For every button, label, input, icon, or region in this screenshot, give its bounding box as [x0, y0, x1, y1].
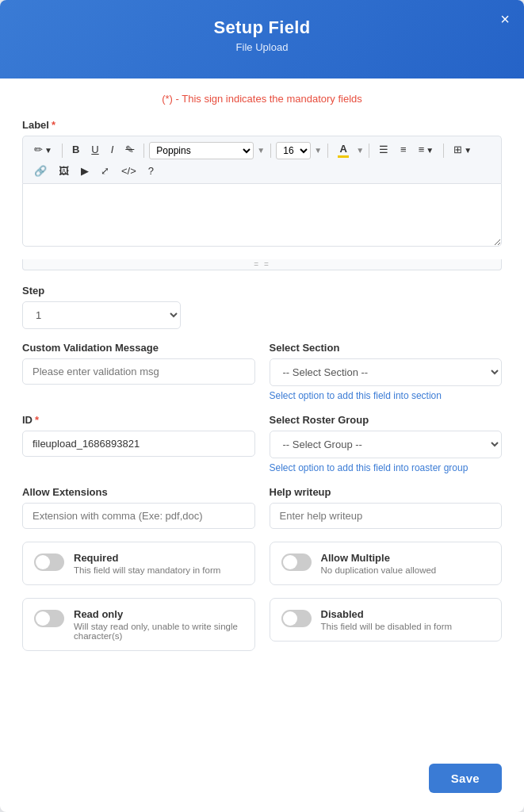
- video-button[interactable]: ▶: [76, 162, 94, 181]
- setup-field-modal: Setup Field File Upload × (*) - This sig…: [0, 0, 524, 812]
- custom-validation-col: Custom Validation Message: [22, 342, 255, 401]
- align-button[interactable]: ≡ ▼: [414, 140, 439, 159]
- modal-subtitle: File Upload: [16, 41, 508, 53]
- table-button[interactable]: ⊞ ▼: [449, 140, 476, 159]
- color-bar: [338, 155, 349, 158]
- required-toggle-desc: This field will stay mandatory in form: [74, 565, 220, 575]
- italic-button[interactable]: I: [106, 140, 119, 159]
- read-only-toggle-switch[interactable]: [34, 610, 64, 627]
- allow-multiple-toggle-card: Allow Multiple No duplication value allo…: [270, 542, 503, 585]
- required-toggle-track[interactable]: [34, 553, 64, 571]
- close-button[interactable]: ×: [500, 11, 510, 27]
- disabled-toggle-text: Disabled This field will be disabled in …: [321, 608, 453, 631]
- allow-multiple-toggle-track[interactable]: [281, 553, 312, 571]
- allow-multiple-toggle-switch[interactable]: [281, 553, 312, 571]
- toolbar-divider-3: [270, 144, 271, 158]
- allow-multiple-toggle-label: Allow Multiple: [321, 552, 437, 564]
- bottom-spacer: [22, 664, 502, 708]
- allow-extensions-col: Allow Extensions: [22, 486, 255, 529]
- required-toggle-switch[interactable]: [34, 553, 64, 571]
- read-only-toggle-label: Read only: [74, 608, 243, 620]
- rich-text-toolbar: ✏ ▼ B U I ✎ Poppins Arial Times New Roma…: [22, 136, 502, 183]
- modal-title: Setup Field: [16, 17, 508, 38]
- modal-header: Setup Field File Upload ×: [0, 0, 524, 79]
- disabled-col: Disabled This field will be disabled in …: [270, 598, 503, 651]
- select-roster-dropdown[interactable]: -- Select Group --: [270, 431, 503, 458]
- help-writeup-col: Help writeup: [270, 486, 503, 529]
- select-section-dropdown[interactable]: -- Select Section --: [270, 358, 503, 386]
- resize-handle: = =: [22, 259, 502, 270]
- allow-multiple-toggle-desc: No duplication value allowed: [321, 565, 437, 575]
- help-writeup-input[interactable]: [270, 503, 503, 529]
- underline-button[interactable]: U: [86, 140, 103, 159]
- label-rich-text-editor[interactable]: [22, 183, 502, 247]
- read-only-col: Read only Will stay read only, unable to…: [22, 598, 255, 651]
- row-id-roster: ID * Select Roster Group -- Select Group…: [22, 414, 502, 473]
- image-button[interactable]: 🖼: [54, 162, 74, 181]
- read-only-toggle-track[interactable]: [34, 610, 64, 627]
- toolbar-divider-4: [327, 144, 328, 158]
- id-input[interactable]: [22, 431, 255, 457]
- required-toggle-card: Required This field will stay mandatory …: [22, 542, 255, 585]
- required-toggle-label: Required: [74, 552, 220, 564]
- bold-button[interactable]: B: [67, 140, 84, 159]
- select-roster-col: Select Roster Group -- Select Group -- S…: [270, 414, 503, 473]
- link-button[interactable]: 🔗: [29, 162, 52, 181]
- select-section-label: Select Section: [270, 342, 503, 354]
- step-label: Step: [22, 285, 502, 297]
- mandatory-text: - This sign indicates the mandatory fiel…: [176, 93, 362, 105]
- allow-multiple-col: Allow Multiple No duplication value allo…: [270, 542, 503, 585]
- toolbar-row-2: 🔗 🖼 ▶ ⤢ </> ?: [29, 162, 495, 181]
- help-writeup-label: Help writeup: [270, 486, 503, 498]
- pen-tool-button[interactable]: ✏ ▼: [29, 140, 57, 159]
- id-field-label: ID *: [22, 414, 255, 426]
- read-only-toggle-desc: Will stay read only, unable to write sin…: [74, 622, 243, 641]
- allow-extensions-input[interactable]: [22, 503, 255, 529]
- label-field-label: Label *: [22, 119, 502, 131]
- required-toggle-col: Required This field will stay mandatory …: [22, 542, 255, 585]
- expand-button[interactable]: ⤢: [96, 162, 114, 181]
- row-readonly-disabled: Read only Will stay read only, unable to…: [22, 598, 502, 651]
- disabled-toggle-card: Disabled This field will be disabled in …: [270, 598, 503, 642]
- row-required-multiple: Required This field will stay mandatory …: [22, 542, 502, 585]
- disabled-toggle-desc: This field will be disabled in form: [321, 622, 453, 631]
- strikethrough-button[interactable]: ✎: [120, 140, 139, 159]
- toolbar-divider-5: [369, 144, 369, 158]
- id-col: ID *: [22, 414, 255, 473]
- allow-multiple-toggle-text: Allow Multiple No duplication value allo…: [321, 552, 437, 575]
- custom-validation-input[interactable]: [22, 358, 255, 385]
- row-extensions-help: Allow Extensions Help writeup: [22, 486, 502, 529]
- help-button[interactable]: ?: [143, 162, 159, 181]
- font-family-select[interactable]: Poppins Arial Times New Roman: [149, 142, 254, 159]
- font-size-select[interactable]: 101214161820: [276, 142, 311, 159]
- step-select-wrap: 1 2 3 4 5: [22, 301, 181, 329]
- allow-extensions-label: Allow Extensions: [22, 486, 255, 498]
- ordered-list-button[interactable]: ≡: [396, 140, 411, 159]
- toolbar-row-1: ✏ ▼ B U I ✎ Poppins Arial Times New Roma…: [29, 140, 495, 160]
- custom-validation-label: Custom Validation Message: [22, 342, 255, 354]
- id-required-star: *: [35, 414, 39, 426]
- code-button[interactable]: </>: [117, 162, 141, 181]
- select-section-link[interactable]: Select option to add this field into sec…: [270, 390, 503, 401]
- label-required-star: *: [52, 119, 55, 131]
- select-roster-label: Select Roster Group: [270, 414, 503, 426]
- read-only-toggle-card: Read only Will stay read only, unable to…: [22, 598, 255, 651]
- step-select[interactable]: 1 2 3 4 5: [22, 301, 181, 329]
- save-button[interactable]: Save: [429, 764, 502, 793]
- select-section-col: Select Section -- Select Section -- Sele…: [270, 342, 503, 401]
- select-roster-link[interactable]: Select option to add this field into roa…: [270, 462, 503, 473]
- step-field-group: Step 1 2 3 4 5: [22, 285, 502, 329]
- modal-body: (*) - This sign indicates the mandatory …: [0, 79, 524, 730]
- disabled-toggle-track[interactable]: [281, 610, 312, 627]
- disabled-toggle-switch[interactable]: [281, 610, 312, 627]
- required-toggle-text: Required This field will stay mandatory …: [74, 552, 220, 575]
- bullet-list-button[interactable]: ☰: [374, 140, 393, 159]
- disabled-toggle-label: Disabled: [321, 608, 453, 620]
- row-validation-section: Custom Validation Message Select Section…: [22, 342, 502, 401]
- mandatory-marker: (*): [162, 93, 173, 105]
- toolbar-divider-2: [143, 144, 144, 158]
- toolbar-divider-6: [443, 144, 444, 158]
- read-only-toggle-text: Read only Will stay read only, unable to…: [74, 608, 243, 641]
- text-color-button[interactable]: A: [333, 140, 354, 160]
- color-letter: A: [339, 143, 346, 155]
